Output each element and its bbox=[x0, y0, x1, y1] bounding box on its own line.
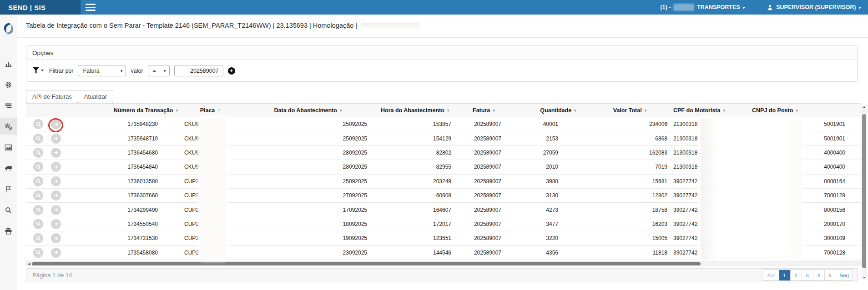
filter-value-input[interactable] bbox=[174, 65, 223, 76]
sidebar-nav bbox=[0, 55, 17, 239]
scroll-up-arrow-icon[interactable]: ▲ bbox=[861, 105, 867, 108]
row-open-button[interactable] bbox=[51, 205, 61, 215]
pagination-3[interactable]: 3 bbox=[802, 270, 813, 280]
chevron-down-icon: ▾ bbox=[743, 5, 745, 10]
vertical-scrollbar: ▲ ▼ bbox=[861, 105, 867, 280]
cell-fatura: 202589007 bbox=[467, 217, 526, 231]
row-search-button[interactable] bbox=[33, 190, 43, 200]
sort-icon: ▾ bbox=[723, 108, 725, 113]
cell-data: 25092025 bbox=[240, 175, 376, 188]
row-search-button[interactable] bbox=[33, 248, 43, 258]
redaction-blur bbox=[200, 118, 226, 260]
annotation-circle bbox=[48, 118, 63, 132]
sidebar-item-truck[interactable] bbox=[0, 160, 17, 176]
filter-field-value: Fatura bbox=[83, 68, 99, 74]
sidebar-item-area-chart[interactable] bbox=[0, 139, 17, 155]
row-open-button[interactable] bbox=[51, 176, 61, 186]
column-header-hora[interactable]: Hora do Abastecimento▾ bbox=[376, 104, 467, 117]
page-title-text: Tabela de Integração com o Sem Parar - T… bbox=[26, 22, 357, 29]
row-open-button[interactable] bbox=[51, 162, 61, 172]
refresh-button[interactable]: Atualizar bbox=[78, 90, 114, 103]
gears-icon bbox=[5, 123, 12, 130]
grid-header-row: Número da Transação▾Placa↑Data do Abaste… bbox=[26, 103, 861, 117]
filter-funnel-icon[interactable] bbox=[32, 67, 45, 75]
cell-data: 25092025 bbox=[240, 131, 376, 145]
column-label: CNPJ do Posto bbox=[752, 107, 793, 114]
pagination-5[interactable]: 5 bbox=[824, 270, 836, 280]
cell-fatura: 202589007 bbox=[467, 231, 526, 245]
row-search-button[interactable] bbox=[33, 219, 43, 229]
column-header-valor[interactable]: Valor Total▾ bbox=[590, 104, 670, 117]
row-open-button[interactable] bbox=[51, 248, 61, 258]
sidebar-item-gears[interactable] bbox=[0, 118, 17, 135]
column-header-quantidade[interactable]: Quantidade▾ bbox=[526, 104, 590, 117]
column-label: CPF do Motorista bbox=[673, 107, 720, 114]
cell-data: 19092025 bbox=[240, 231, 376, 245]
column-header-cpf[interactable]: CPF do Motorista▾ bbox=[670, 104, 745, 117]
cell-hora: 154129 bbox=[376, 131, 467, 145]
row-open-button[interactable] bbox=[51, 219, 61, 229]
cell-valor: 16203 bbox=[590, 217, 670, 231]
filter-by-label: Filtrar por bbox=[49, 68, 73, 74]
row-open-button[interactable] bbox=[51, 134, 61, 144]
column-header-data[interactable]: Data do Abastecimento▾ bbox=[240, 104, 376, 117]
scroll-left-arrow-icon[interactable]: ◀ bbox=[27, 262, 31, 266]
hamburger-menu-icon[interactable] bbox=[86, 4, 96, 11]
row-search-button[interactable] bbox=[33, 176, 43, 186]
column-header-fatura[interactable]: Fatura▾ bbox=[467, 104, 526, 117]
row-search-button[interactable] bbox=[33, 162, 43, 172]
sidebar-item-printer[interactable] bbox=[0, 223, 17, 239]
row-open-button[interactable] bbox=[51, 190, 61, 200]
row-open-button[interactable] bbox=[51, 148, 61, 158]
cell-data: 18092025 bbox=[240, 217, 376, 231]
user-label: SUPERVISOR (SUPERVISOR) bbox=[776, 4, 856, 10]
sort-icon: ▾ bbox=[574, 108, 576, 113]
row-search-button[interactable] bbox=[33, 148, 43, 158]
horizontal-scrollbar-thumb[interactable] bbox=[32, 262, 701, 265]
column-label: Data do Abastecimento bbox=[274, 107, 337, 114]
vertical-scrollbar-thumb[interactable] bbox=[862, 114, 866, 268]
org-prefix: (1) - bbox=[660, 4, 671, 10]
chevron-down-icon: ▾ bbox=[164, 69, 166, 73]
pagination-1[interactable]: 1 bbox=[779, 270, 790, 280]
app-logo-icon[interactable] bbox=[2, 22, 15, 36]
gear-icon bbox=[5, 81, 12, 89]
pagination-4[interactable]: 4 bbox=[813, 270, 824, 280]
row-actions bbox=[26, 217, 67, 231]
sidebar-item-search[interactable] bbox=[0, 202, 17, 218]
org-name: TRANSPORTES bbox=[697, 4, 740, 10]
row-search-button[interactable] bbox=[33, 233, 43, 243]
row-open-button[interactable] bbox=[51, 233, 61, 243]
pagination-2[interactable]: 2 bbox=[790, 270, 802, 280]
pagination-seg[interactable]: Seg bbox=[836, 270, 853, 280]
column-header-numero[interactable]: Número da Transação▾ bbox=[67, 104, 181, 117]
sidebar-item-chart-bar[interactable] bbox=[0, 55, 17, 72]
row-search-button[interactable] bbox=[33, 205, 43, 215]
cell-fatura: 202589007 bbox=[467, 117, 526, 131]
add-filter-button[interactable]: + bbox=[228, 67, 235, 75]
api-faturas-button[interactable]: API de Faturas bbox=[26, 90, 78, 103]
column-header-cnpj[interactable]: CNPJ do Posto▾ bbox=[745, 104, 861, 117]
column-label: Fatura bbox=[473, 107, 490, 114]
org-selector[interactable]: (1) - TRANSPORTES ▾ bbox=[660, 4, 745, 11]
scroll-down-arrow-icon[interactable]: ▼ bbox=[861, 276, 867, 279]
sort-icon: ▾ bbox=[447, 108, 449, 113]
horizontal-scrollbar: ◀ bbox=[26, 261, 861, 266]
row-search-button[interactable] bbox=[33, 134, 43, 144]
cell-data: 28092025 bbox=[240, 146, 376, 160]
cell-fatura: 202589007 bbox=[467, 146, 526, 160]
filter-field-select[interactable]: Fatura ▾ bbox=[78, 65, 126, 76]
cell-quantidade: 4356 bbox=[526, 246, 590, 260]
cell-valor: 18758 bbox=[590, 203, 670, 216]
user-menu[interactable]: SUPERVISOR (SUPERVISOR) ▾ bbox=[767, 4, 861, 11]
row-search-button[interactable] bbox=[33, 119, 43, 129]
operator-select[interactable]: = ▾ bbox=[148, 65, 170, 76]
column-header-placa[interactable]: Placa↑ bbox=[181, 104, 240, 117]
sidebar-item-flag[interactable] bbox=[0, 181, 17, 197]
sidebar-item-menu-lines[interactable] bbox=[0, 97, 17, 114]
cell-numero: 1734550540 bbox=[67, 217, 181, 231]
cell-hora: 82802 bbox=[376, 146, 467, 160]
sidebar-item-gear[interactable] bbox=[0, 76, 17, 93]
truck-icon bbox=[5, 165, 12, 172]
cell-quantidade: 2153 bbox=[526, 131, 590, 145]
